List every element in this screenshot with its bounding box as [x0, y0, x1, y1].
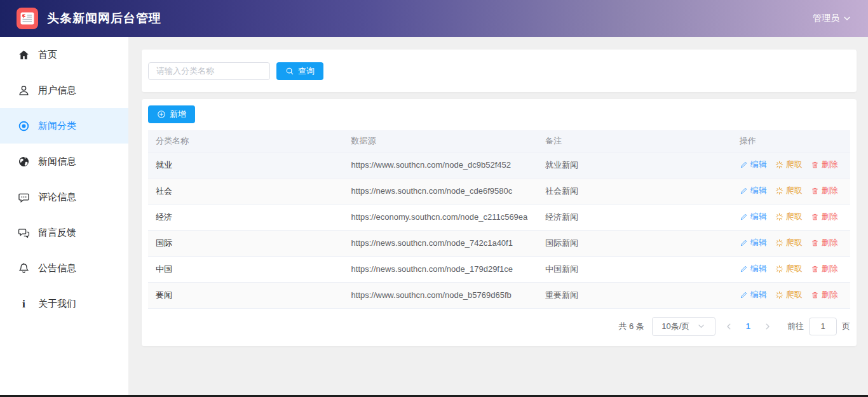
- info-icon: [18, 298, 30, 310]
- delete-button[interactable]: 删除: [811, 289, 838, 300]
- pencil-icon: [740, 291, 748, 299]
- crawl-button[interactable]: 爬取: [775, 237, 803, 248]
- category-table: 分类名称 数据源 备注 操作 就业 https://www.southcn.co…: [148, 130, 850, 309]
- chevron-left-icon: [724, 322, 733, 331]
- admin-dropdown[interactable]: 管理员: [813, 13, 851, 24]
- edit-button[interactable]: 编辑: [740, 263, 767, 274]
- user-icon: [18, 84, 30, 97]
- trash-icon: [811, 213, 819, 221]
- pagination: 共 6 条 10条/页 1 前往 页: [148, 317, 850, 336]
- table-row: 要闻 https://www.southcn.com/node_b5769d65…: [148, 282, 850, 308]
- sidebar-item-label: 首页: [38, 49, 57, 61]
- pencil-icon: [740, 239, 748, 247]
- cell-source: https://economy.southcn.com/node_c211c56…: [344, 204, 538, 230]
- table-header-row: 分类名称 数据源 备注 操作: [148, 130, 850, 152]
- cell-remark: 国际新闻: [538, 230, 732, 256]
- column-header-source: 数据源: [344, 130, 538, 152]
- plus-circle-icon: [157, 110, 166, 119]
- sidebar-item-label: 新闻分类: [38, 120, 76, 132]
- delete-button[interactable]: 删除: [811, 263, 838, 274]
- spark-icon: [775, 161, 783, 169]
- bell-icon: [18, 262, 30, 274]
- feedback-icon: [18, 227, 30, 239]
- comment-icon: [18, 191, 30, 203]
- current-page-button[interactable]: 1: [742, 321, 754, 331]
- spark-icon: [775, 187, 783, 195]
- query-button[interactable]: 查询: [276, 62, 323, 80]
- category-search-input[interactable]: [148, 62, 270, 80]
- sidebar-item-home[interactable]: 首页: [0, 37, 128, 72]
- table-row: 国际 https://news.southcn.com/node_742c1a4…: [148, 230, 850, 256]
- column-header-name: 分类名称: [148, 130, 344, 152]
- sidebar-item-feedback[interactable]: 留言反馈: [0, 215, 128, 250]
- table-row: 就业 https://www.southcn.com/node_dc9b52f4…: [148, 152, 850, 178]
- crawl-button[interactable]: 爬取: [775, 159, 803, 170]
- cell-category-name: 国际: [148, 230, 344, 256]
- edit-button[interactable]: 编辑: [740, 289, 767, 300]
- sidebar-item-label: 评论信息: [38, 191, 76, 203]
- cell-source: https://www.southcn.com/node_b5769d65fb: [344, 282, 538, 308]
- column-header-ops: 操作: [732, 130, 850, 152]
- main-content: 查询 新增 分类名称 数据源 备注 操作 就业 https://www.sout…: [128, 37, 868, 395]
- cell-source: https://news.southcn.com/node_cde6f9580c: [344, 178, 538, 204]
- search-icon: [285, 67, 294, 76]
- page-title: 头条新闻网后台管理: [47, 10, 161, 27]
- page-size-select[interactable]: 10条/页: [652, 317, 715, 336]
- crawl-button[interactable]: 爬取: [775, 185, 803, 196]
- cell-category-name: 中国: [148, 256, 344, 282]
- cell-remark: 中国新闻: [538, 256, 732, 282]
- sidebar-item-comments[interactable]: 评论信息: [0, 179, 128, 215]
- globe-icon: [18, 156, 30, 168]
- page-unit-label: 页: [842, 321, 850, 332]
- goto-label: 前往: [787, 321, 804, 332]
- pencil-icon: [740, 161, 748, 169]
- table-row: 中国 https://news.southcn.com/node_179d29f…: [148, 256, 850, 282]
- next-page-button[interactable]: [754, 322, 781, 331]
- app-header: 头条新闻网后台管理 管理员: [0, 0, 868, 37]
- goto-page-input[interactable]: [809, 318, 837, 335]
- pencil-icon: [740, 265, 748, 273]
- chevron-right-icon: [763, 322, 772, 331]
- admin-label: 管理员: [813, 13, 839, 24]
- trash-icon: [811, 265, 819, 273]
- sidebar-item-news-info[interactable]: 新闻信息: [0, 144, 128, 179]
- cell-operations: 编辑爬取删除: [732, 152, 850, 178]
- cell-operations: 编辑爬取删除: [732, 230, 850, 256]
- crawl-button[interactable]: 爬取: [775, 263, 803, 274]
- sidebar-item-about-us[interactable]: 关于我们: [0, 286, 128, 321]
- cell-category-name: 社会: [148, 178, 344, 204]
- add-button[interactable]: 新增: [148, 105, 195, 123]
- spark-icon: [775, 213, 783, 221]
- delete-button[interactable]: 删除: [811, 211, 838, 222]
- trash-icon: [811, 239, 819, 247]
- cell-source: https://www.southcn.com/node_dc9b52f452: [344, 152, 538, 178]
- query-button-label: 查询: [298, 65, 315, 77]
- cell-category-name: 要闻: [148, 282, 344, 308]
- edit-button[interactable]: 编辑: [740, 211, 767, 222]
- delete-button[interactable]: 删除: [811, 185, 838, 196]
- trash-icon: [811, 291, 819, 299]
- cell-source: https://news.southcn.com/node_742c1a40f1: [344, 230, 538, 256]
- trash-icon: [811, 161, 819, 169]
- prev-page-button[interactable]: [715, 322, 742, 331]
- sidebar-item-label: 关于我们: [38, 298, 76, 310]
- cell-remark: 重要新闻: [538, 282, 732, 308]
- delete-button[interactable]: 删除: [811, 237, 838, 248]
- total-count-label: 共 6 条: [618, 321, 644, 332]
- sidebar-item-news-category[interactable]: 新闻分类: [0, 108, 128, 144]
- trash-icon: [811, 187, 819, 195]
- pencil-icon: [740, 187, 748, 195]
- delete-button[interactable]: 删除: [811, 159, 838, 170]
- edit-button[interactable]: 编辑: [740, 237, 767, 248]
- sidebar: 首页 用户信息 新闻分类 新闻信息 评论信息 留言反馈 公告信息 关于我们: [0, 37, 128, 395]
- edit-button[interactable]: 编辑: [740, 159, 767, 170]
- aim-icon: [18, 120, 30, 132]
- sidebar-item-announcements[interactable]: 公告信息: [0, 250, 128, 286]
- edit-button[interactable]: 编辑: [740, 185, 767, 196]
- crawl-button[interactable]: 爬取: [775, 211, 803, 222]
- cell-remark: 社会新闻: [538, 178, 732, 204]
- chevron-down-icon: [697, 322, 705, 330]
- category-table-panel: 新增 分类名称 数据源 备注 操作 就业 https://www.southcn…: [142, 99, 857, 346]
- crawl-button[interactable]: 爬取: [775, 289, 803, 300]
- sidebar-item-user-info[interactable]: 用户信息: [0, 72, 128, 108]
